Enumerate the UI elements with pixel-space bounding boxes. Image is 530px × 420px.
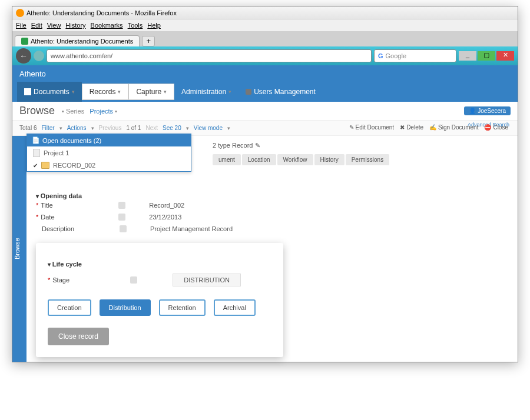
delete-document[interactable]: ✖ Delete: [400, 124, 423, 131]
page-title: Browse: [19, 105, 55, 117]
user-badge[interactable]: 👤 JoeSecera: [464, 106, 511, 115]
minimize-button[interactable]: _: [459, 51, 476, 61]
folder-icon: [41, 162, 49, 169]
stage-creation[interactable]: Creation: [48, 299, 91, 316]
breadcrumb: ▪ Series Projects ▪: [62, 108, 117, 115]
tab-row: ument Location Workflow History Permissi…: [213, 154, 508, 165]
window-controls: _ ▢ ✕: [459, 51, 514, 61]
subtab-document[interactable]: ument: [213, 154, 241, 165]
info-icon: [118, 214, 125, 221]
menu-history[interactable]: History: [65, 22, 85, 29]
lifecycle-header: Life cycle: [48, 261, 271, 268]
menu-bookmarks[interactable]: Bookmarks: [91, 22, 123, 29]
info-icon: [120, 225, 127, 232]
firefox-icon: [16, 9, 24, 17]
field-description: Description Project Management Record: [36, 223, 508, 235]
stage-value: DISTRIBUTION: [173, 274, 241, 286]
nav-users-management[interactable]: Users Management: [238, 82, 323, 102]
stage-archival[interactable]: Archival: [214, 299, 256, 316]
chevron-down-icon: ▾: [228, 89, 231, 95]
open-doc-item-selected[interactable]: RECORD_002: [27, 159, 191, 171]
field-date: *Date 23/12/2013: [36, 211, 508, 223]
new-tab-button[interactable]: +: [142, 36, 155, 46]
lifecycle-card: Life cycle *Stage DISTRIBUTION Creation …: [36, 243, 283, 357]
back-button[interactable]: ←: [16, 48, 31, 64]
field-title: *Title Record_002: [36, 199, 508, 211]
athento-favicon: [21, 38, 28, 45]
close-record-button[interactable]: Close record: [48, 328, 109, 345]
google-icon: G: [378, 52, 383, 59]
subtab-location[interactable]: Location: [242, 154, 276, 165]
next-page[interactable]: Next: [145, 125, 158, 131]
browser-tab[interactable]: Athento: Understanding Documents: [15, 35, 140, 46]
chevron-down-icon: ▾: [118, 89, 121, 95]
window-title: Athento: Understanding Documents - Mozil…: [26, 9, 177, 16]
view-mode[interactable]: View mode: [194, 125, 223, 131]
open-documents-header: 📄 Open documents (2): [27, 134, 191, 146]
info-icon: [118, 202, 125, 209]
address-toolbar: ← www.athento.com/en/ G Google _ ▢ ✕: [12, 46, 518, 65]
titlebar: Athento: Understanding Documents - Mozil…: [12, 6, 518, 19]
body-area: Browse ✎ Edit Document ✖ Delete ✍ Sign D…: [12, 136, 518, 362]
opening-data-header: Opening data: [36, 192, 508, 199]
browser-window: Athento: Understanding Documents - Mozil…: [12, 6, 518, 362]
main-column: ✎ Edit Document ✖ Delete ✍ Sign Document…: [26, 136, 518, 362]
menubar: File Edit View History Bookmarks Tools H…: [12, 19, 518, 31]
edit-document[interactable]: ✎ Edit Document: [349, 124, 395, 131]
nav-administration[interactable]: Administration ▾: [174, 82, 238, 102]
nav-documents[interactable]: Documents ▾: [17, 82, 82, 102]
url-input[interactable]: www.athento.com/en/: [47, 49, 372, 62]
total-count: Total 6: [19, 125, 37, 131]
tab-label: Athento: Understanding Documents: [31, 38, 133, 45]
chevron-down-icon: ▾: [72, 89, 75, 95]
maximize-button[interactable]: ▢: [478, 51, 495, 61]
open-documents-popup: 📄 Open documents (2) Project 1 RECORD_00…: [26, 134, 191, 172]
sign-document[interactable]: ✍ Sign Document: [429, 124, 478, 131]
menu-edit[interactable]: Edit: [31, 22, 42, 29]
doc-actions: ✎ Edit Document ✖ Delete ✍ Sign Document…: [349, 124, 508, 131]
info-icon: [130, 276, 137, 284]
stage-retention[interactable]: Retention: [159, 299, 206, 316]
menu-help[interactable]: Help: [147, 22, 161, 29]
crumb-projects[interactable]: Projects: [90, 108, 113, 115]
chevron-down-icon: ▾: [164, 89, 167, 95]
subtab-permissions[interactable]: Permissions: [346, 154, 389, 165]
menu-tools[interactable]: Tools: [128, 22, 143, 29]
stage-row: Creation Distribution Retention Archival: [48, 299, 271, 316]
page-indicator: 1 of 1: [126, 125, 141, 131]
browser-search[interactable]: G Google: [374, 49, 456, 62]
nav-records[interactable]: Records ▾: [82, 84, 129, 100]
close-document[interactable]: ⛔ Close: [484, 124, 508, 131]
edit-icon[interactable]: ✎: [255, 142, 260, 149]
globe-icon: [34, 51, 44, 61]
actions-link[interactable]: Actions: [67, 125, 87, 131]
stage-distribution[interactable]: Distribution: [100, 299, 151, 316]
menu-view[interactable]: View: [47, 22, 61, 29]
nav-ribbon: Documents ▾ Records ▾ Capture ▾ Administ…: [12, 82, 518, 102]
documents-icon: [24, 88, 31, 95]
document-icon: [33, 149, 40, 157]
open-doc-item[interactable]: Project 1: [27, 146, 191, 159]
tabbar: Athento: Understanding Documents +: [12, 31, 518, 46]
prev-page[interactable]: Previous: [99, 125, 122, 131]
side-tab-browse[interactable]: Browse: [12, 136, 26, 362]
subtab-history[interactable]: History: [314, 154, 344, 165]
nav-capture[interactable]: Capture ▾: [128, 84, 174, 100]
menu-file[interactable]: File: [16, 22, 26, 29]
brand-bar: Athento: [12, 65, 518, 82]
close-window-button[interactable]: ✕: [496, 51, 514, 61]
filter-link[interactable]: Filter: [41, 125, 54, 131]
see-count[interactable]: See 20: [163, 125, 181, 131]
lock-icon: [246, 89, 251, 95]
brand-logo: Athento: [19, 69, 46, 78]
browse-bar: Browse ▪ Series Projects ▪ 👤 JoeSecera A…: [12, 102, 518, 121]
field-stage: *Stage DISTRIBUTION: [48, 271, 271, 289]
document-type-label: 2 type Record ✎: [213, 141, 508, 151]
subtab-workflow[interactable]: Workflow: [277, 154, 313, 165]
